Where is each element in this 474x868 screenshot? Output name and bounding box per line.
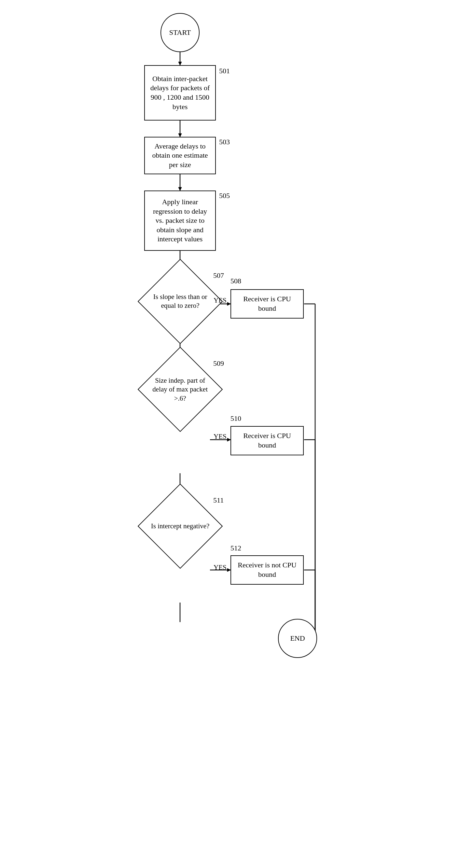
- step-508-text: Receiver is CPU bound: [235, 294, 299, 313]
- step-505-box: Apply linear regression to delay vs. pac…: [144, 190, 216, 251]
- yes-label-507: YES: [214, 297, 227, 305]
- svg-marker-23: [227, 568, 230, 571]
- step-509-label: 509: [213, 359, 224, 368]
- flowchart: START Obtain inter-packet delays for pac…: [123, 13, 351, 854]
- yes-label-509: YES: [214, 433, 227, 441]
- step-509-diamond: Size indep. part of delay of max packet …: [138, 347, 223, 432]
- step-511-text: Is intercept negative?: [151, 522, 210, 530]
- step-509-text: Size indep. part of delay of max packet …: [153, 376, 208, 402]
- svg-marker-9: [227, 302, 230, 306]
- step-505-text: Apply linear regression to delay vs. pac…: [149, 197, 211, 244]
- svg-marker-17: [227, 438, 230, 441]
- yes-label-511: YES: [214, 563, 227, 571]
- step-512-label: 512: [230, 544, 241, 552]
- svg-marker-1: [179, 62, 182, 65]
- step-511-label: 511: [213, 496, 224, 504]
- step-503-text: Average delays to obtain one estimate pe…: [149, 142, 211, 170]
- step-510-box: Receiver is CPU bound: [230, 426, 304, 455]
- svg-marker-5: [179, 187, 182, 190]
- step-510-label: 510: [230, 414, 241, 423]
- step-507-label: 507: [213, 271, 224, 280]
- end-node: END: [278, 619, 317, 658]
- step-511-diamond: Is intercept negative?: [138, 484, 223, 569]
- step-512-text: Receiver is not CPU bound: [235, 561, 299, 579]
- svg-marker-3: [179, 133, 182, 137]
- start-label: START: [169, 28, 191, 37]
- step-507-text: Is slope less than or equal to zero?: [153, 293, 208, 309]
- step-508-label: 508: [230, 277, 241, 285]
- step-501-box: Obtain inter-packet delays for packets o…: [144, 65, 216, 121]
- step-505-label: 505: [219, 191, 230, 200]
- step-501-text: Obtain inter-packet delays for packets o…: [149, 74, 211, 112]
- step-512-box: Receiver is not CPU bound: [230, 555, 304, 585]
- step-507-diamond: Is slope less than or equal to zero?: [138, 259, 223, 344]
- start-node: START: [160, 13, 199, 52]
- step-503-label: 503: [219, 138, 230, 146]
- end-label: END: [290, 634, 305, 643]
- step-501-label: 501: [219, 67, 230, 75]
- step-510-text: Receiver is CPU bound: [235, 431, 299, 450]
- step-508-box: Receiver is CPU bound: [230, 289, 304, 318]
- step-503-box: Average delays to obtain one estimate pe…: [144, 137, 216, 174]
